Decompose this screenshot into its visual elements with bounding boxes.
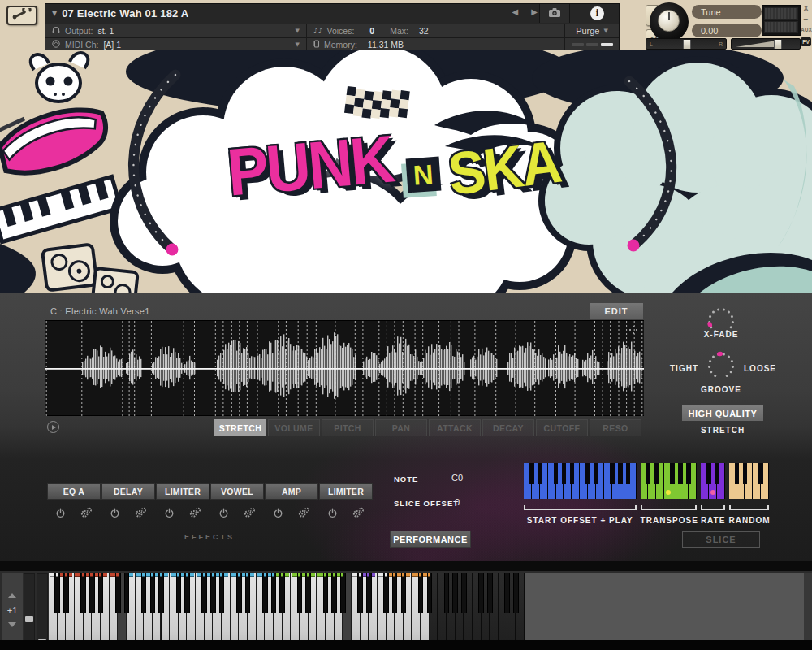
gear-icon[interactable] [297,507,310,522]
tab-attack[interactable]: ATTACK [429,419,481,436]
octave-down-icon[interactable] [8,622,16,627]
piano-key-black[interactable] [323,573,329,613]
piano-key-black[interactable] [279,573,285,613]
piano-key-black[interactable] [245,573,251,613]
piano-key-black[interactable] [444,573,450,613]
piano-key-black[interactable] [366,573,372,613]
volume-handle[interactable] [774,40,782,49]
piano-key-black[interactable] [305,573,311,613]
mini-key-black[interactable] [562,463,567,484]
close-button[interactable]: x [801,3,811,12]
mini-key-black[interactable] [529,463,534,484]
tab-stretch[interactable]: STRETCH [214,419,266,436]
piano-key-black[interactable] [150,573,156,613]
mini-key-black[interactable] [743,463,748,484]
groove-knob[interactable] [705,349,737,382]
tab-decay[interactable]: DECAY [482,419,534,436]
edit-button[interactable]: EDIT [590,303,643,319]
piano-key-black[interactable] [141,573,147,613]
scroll-handle-1[interactable] [25,616,33,622]
piano-key-black[interactable] [124,573,130,613]
piano-key-black[interactable] [504,573,510,613]
play-button[interactable] [47,421,59,433]
piano-key-black[interactable] [357,573,363,613]
piano-key-black[interactable] [297,573,303,613]
snapshot-camera-button[interactable] [539,4,570,23]
piano-key-black[interactable] [427,573,433,613]
midi-dropdown-icon[interactable]: ▼ [296,41,300,48]
mini-key-black[interactable] [585,463,590,484]
performance-button[interactable]: PERFORMANCE [390,531,471,548]
mini-key-black[interactable] [594,463,598,484]
tab-pitch[interactable]: PITCH [322,419,374,436]
piano-key-black[interactable] [63,573,69,613]
octave-up-icon[interactable] [8,593,16,598]
slice-button[interactable]: SLICE [682,531,760,548]
mini-key-black[interactable] [618,463,623,484]
mini-key-black[interactable] [706,463,711,484]
effect-button-delay[interactable]: DELAY [102,483,155,500]
tab-volume[interactable]: VOLUME [268,419,320,436]
slice-offset-value[interactable]: 0 [441,497,473,507]
prev-instrument-icon[interactable]: ◀ [512,7,519,16]
info-button[interactable]: i [590,6,604,20]
piano-key-black[interactable] [271,573,277,613]
pan-handle[interactable] [683,40,691,49]
power-icon[interactable] [55,507,66,522]
piano-key-black[interactable] [176,573,182,613]
pan-slider[interactable]: L R [646,38,727,50]
piano-key-black[interactable] [340,573,346,613]
midi-channel-select[interactable]: MIDI Ch: [A] 1 ▼ [45,38,307,50]
piano-key-black[interactable] [89,573,95,613]
tab-pan[interactable]: PAN [375,419,427,436]
mini-key-black[interactable] [715,463,719,484]
piano-key-black[interactable] [487,573,493,613]
piano-key-black[interactable] [452,573,458,613]
piano-key-black[interactable] [98,573,104,613]
piano-key-black[interactable] [210,573,216,613]
power-icon[interactable] [110,507,120,522]
gear-icon[interactable] [243,507,256,522]
piano-key-black[interactable] [383,573,389,613]
piano-key-black[interactable] [236,573,242,613]
piano-key-black[interactable] [461,573,467,613]
piano-key-black[interactable] [331,573,337,613]
keyboard-scrollbar-1[interactable] [24,573,35,647]
gear-icon[interactable] [188,507,201,522]
mini-key-black[interactable] [735,463,740,484]
mini-key-black[interactable] [610,463,615,484]
output-select[interactable]: Output: st. 1 ▼ [45,24,307,37]
wrench-edit-button[interactable] [6,6,37,25]
piano-key-black[interactable] [392,573,398,613]
piano-key-black[interactable] [158,573,164,613]
mini-key-black[interactable] [554,463,559,484]
purge-menu[interactable]: Purge ▼ [565,24,619,37]
gear-icon[interactable] [80,507,93,522]
piano-key-black[interactable] [219,573,225,613]
piano-key-black[interactable] [115,573,121,613]
tune-value-box[interactable]: 0.00 [692,24,762,37]
high-quality-button[interactable]: HIGH QUALITY [682,405,763,421]
mini-key-black[interactable] [678,463,683,484]
piano-key-black[interactable] [184,573,190,613]
note-value[interactable]: C0 [441,473,473,483]
pv-button[interactable]: PV [801,37,811,46]
effect-button-limiter[interactable]: LIMITER [156,483,209,500]
piano-key-black[interactable] [478,573,484,613]
power-icon[interactable] [218,507,229,522]
effect-button-amp[interactable]: AMP [265,483,318,500]
tab-reso[interactable]: RESO [590,419,641,436]
next-instrument-icon[interactable]: ▶ [531,7,538,16]
effect-button-vowel[interactable]: VOWEL [210,483,264,500]
mini-key-black[interactable] [646,463,651,484]
waveform-display[interactable] [45,320,644,416]
power-icon[interactable] [273,507,283,522]
tab-cutoff[interactable]: CUTOFF [536,419,588,436]
mini-key-black[interactable] [626,463,631,484]
mini-key-black[interactable] [686,463,691,484]
mini-key-black[interactable] [758,463,763,484]
mini-key-black[interactable] [670,463,675,484]
piano-keyboard[interactable] [49,573,525,648]
piano-key-black[interactable] [54,573,60,613]
piano-key-black[interactable] [513,573,519,613]
